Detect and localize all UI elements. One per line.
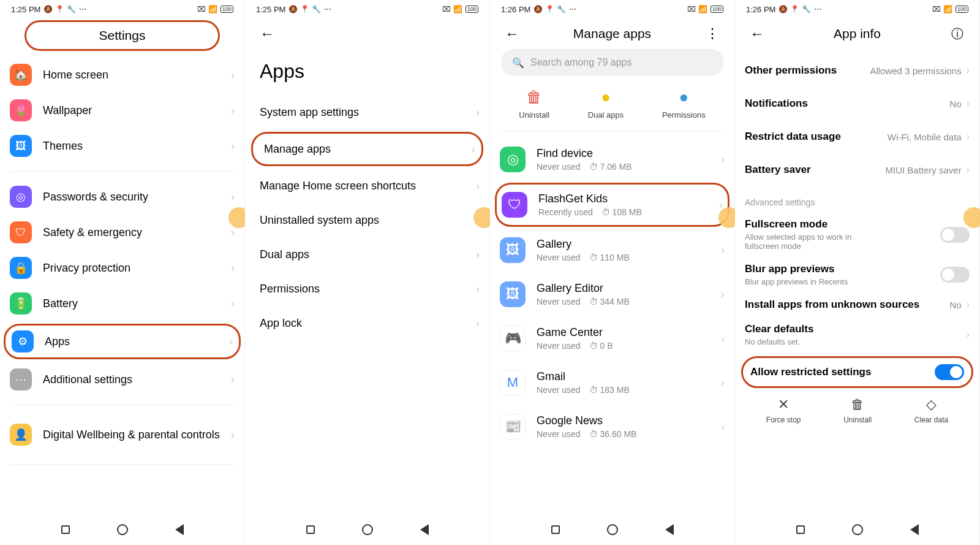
nav-back[interactable] — [663, 523, 676, 536]
nav-recent[interactable] — [794, 523, 807, 536]
row-label: Passwords & security — [43, 191, 231, 204]
loc-icon: 📍 — [300, 5, 309, 13]
kebab-menu-icon[interactable]: ⋮ — [701, 23, 723, 45]
action-dual-apps[interactable]: ● Dual apps — [588, 88, 624, 120]
chevron-right-icon: › — [721, 288, 725, 301]
app-row-game-center[interactable]: 🎮 Game Center Never used⏱ 0 B › — [500, 316, 725, 360]
baction-label: Clear data — [914, 416, 948, 424]
settings-row-digital-wellbeing-parental-controls[interactable]: 👤 Digital Wellbeing & parental controls … — [10, 413, 235, 457]
baction-uninstall[interactable]: 🗑Uninstall — [843, 397, 872, 424]
info-label: Restrict data usage — [745, 131, 841, 143]
chevron-right-icon: › — [967, 164, 970, 175]
app-icon: 📰 — [500, 414, 526, 440]
info-icon[interactable]: ⓘ — [946, 23, 968, 45]
app-icon: 🖼 — [500, 237, 526, 263]
settings-row-safety-emergency[interactable]: 🛡 Safety & emergency › — [10, 215, 235, 250]
row-icon: 🔋 — [10, 292, 32, 314]
row-label: Safety & emergency — [43, 226, 231, 239]
toggle-row-blur-app-previews[interactable]: Blur app previews Blur app previews in R… — [745, 257, 970, 292]
row-clear-defaults[interactable]: Clear defaults No defaults set. › — [745, 317, 970, 353]
toggle-switch[interactable] — [940, 227, 970, 243]
row-label: Additional settings — [43, 373, 231, 386]
apps-row-app-lock[interactable]: App lock › — [255, 306, 480, 340]
info-value: MIUI Battery saver — [885, 165, 961, 175]
info-label: Battery saver — [745, 164, 811, 176]
nav-bar — [245, 514, 489, 545]
back-button[interactable]: ← — [501, 23, 523, 45]
action-permissions[interactable]: ● Permissions — [662, 88, 706, 120]
page-title-settings: Settings — [24, 20, 220, 51]
row-icon: ◎ — [10, 186, 32, 208]
toggle-row-fullscreen-mode[interactable]: Fullscreen mode Allow selected apps to w… — [745, 212, 970, 257]
app-icon: 🛡 — [502, 192, 527, 218]
apps-row-permissions[interactable]: Permissions › — [255, 272, 480, 306]
status-bar: 1:26 PM 🔕 📍 🔧 ⋯ ⌧ 📶 100 — [735, 0, 979, 18]
chevron-right-icon: › — [472, 143, 475, 156]
app-sub: Never used⏱ 7.06 MB — [537, 162, 721, 172]
settings-row-themes[interactable]: 🖼 Themes › — [10, 128, 235, 164]
app-row-gallery-editor[interactable]: 🖼 Gallery Editor Never used⏱ 344 MB › — [500, 272, 725, 316]
app-name: FlashGet Kids — [538, 192, 719, 205]
chevron-right-icon: › — [476, 248, 480, 261]
settings-row-home-screen[interactable]: 🏠 Home screen › — [10, 57, 235, 93]
nav-back[interactable] — [173, 523, 186, 536]
screen-app-info: 1:26 PM 🔕 📍 🔧 ⋯ ⌧ 📶 100 ← App info ⓘ Oth… — [735, 0, 980, 545]
settings-row-apps[interactable]: ⚙ Apps › — [4, 324, 241, 359]
settings-row-additional-settings[interactable]: ⋯ Additional settings › — [10, 362, 235, 397]
info-row-notifications[interactable]: Notifications No › — [745, 87, 970, 120]
toggle-allow-restricted[interactable] — [935, 364, 964, 380]
app-sub: Never used⏱ 344 MB — [537, 297, 721, 307]
baction-force-stop[interactable]: ✕Force stop — [766, 397, 801, 424]
apps-row-manage-home-screen-shortcuts[interactable]: Manage Home screen shortcuts › — [255, 169, 480, 203]
wifi-icon: 📶 — [209, 5, 217, 13]
chevron-right-icon: › — [721, 376, 725, 389]
baction-clear-data[interactable]: ◇Clear data — [914, 397, 948, 424]
nav-back[interactable] — [418, 523, 431, 536]
app-row-gmail[interactable]: M Gmail Never used⏱ 183 MB › — [500, 360, 725, 405]
nav-back[interactable] — [908, 523, 921, 536]
apps-row-uninstalled-system-apps[interactable]: Uninstalled system apps › — [255, 203, 480, 237]
settings-row-wallpaper[interactable]: 🌷 Wallpaper › — [10, 93, 235, 128]
settings-row-passwords-security[interactable]: ◎ Passwords & security › — [10, 179, 235, 215]
nav-recent[interactable] — [549, 523, 562, 536]
nav-recent[interactable] — [59, 523, 72, 536]
app-sub: Never used⏱ 36.60 MB — [537, 429, 721, 439]
nav-home[interactable] — [361, 523, 374, 536]
app-row-find-device[interactable]: ◎ Find device Never used⏱ 7.06 MB › — [500, 137, 725, 181]
info-value: Wi-Fi, Mobile data — [888, 132, 962, 142]
apps-row-dual-apps[interactable]: Dual apps › — [255, 237, 480, 272]
toggle-switch[interactable] — [940, 267, 970, 283]
chevron-right-icon: › — [967, 65, 970, 76]
info-row-other-permissions[interactable]: Other permissions Allowed 3 permissions … — [745, 54, 970, 87]
back-button[interactable]: ← — [746, 23, 768, 45]
nav-home[interactable] — [606, 523, 619, 536]
settings-row-battery[interactable]: 🔋 Battery › — [10, 286, 235, 321]
nav-home[interactable] — [116, 523, 129, 536]
row-label: Apps — [45, 335, 229, 348]
app-name: Find device — [537, 147, 721, 160]
dnd-icon: 🔕 — [778, 5, 787, 13]
action-uninstall[interactable]: 🗑 Uninstall — [519, 88, 549, 120]
apps-row-manage-apps[interactable]: Manage apps › — [251, 132, 483, 166]
apps-row-system-app-settings[interactable]: System app settings › — [255, 95, 480, 129]
info-row-battery-saver[interactable]: Battery saver MIUI Battery saver › — [745, 153, 970, 186]
row-install-unknown[interactable]: Install apps from unknown sources No › — [745, 292, 970, 317]
row-icon: 🌷 — [10, 99, 32, 121]
app-row-google-news[interactable]: 📰 Google News Never used⏱ 36.60 MB › — [500, 405, 725, 449]
app-icon: M — [500, 370, 526, 395]
app-row-gallery[interactable]: 🖼 Gallery Never used⏱ 110 MB › — [500, 228, 725, 272]
chevron-right-icon: › — [231, 191, 235, 204]
search-input[interactable]: 🔍 Search among 79 apps — [501, 49, 723, 76]
info-row-restrict-data-usage[interactable]: Restrict data usage Wi-Fi, Mobile data › — [745, 120, 970, 153]
row-allow-restricted[interactable]: Allow restricted settings — [741, 356, 973, 388]
settings-row-privacy-protection[interactable]: 🔒 Privacy protection › — [10, 250, 235, 286]
nav-home[interactable] — [851, 523, 864, 536]
app-row-flashget-kids[interactable]: 🛡 FlashGet Kids Recently used⏱ 108 MB › — [495, 183, 729, 227]
nav-recent[interactable] — [304, 523, 317, 536]
app-icon: 🖼 — [500, 281, 526, 307]
screen-manage-apps: 1:26 PM 🔕 📍 🔧 ⋯ ⌧ 📶 100 ← Manage apps ⋮ … — [490, 0, 735, 545]
row-label: Themes — [43, 140, 231, 153]
back-button[interactable]: ← — [256, 23, 278, 45]
action-icon: ● — [675, 88, 692, 105]
chevron-right-icon: › — [229, 335, 233, 348]
